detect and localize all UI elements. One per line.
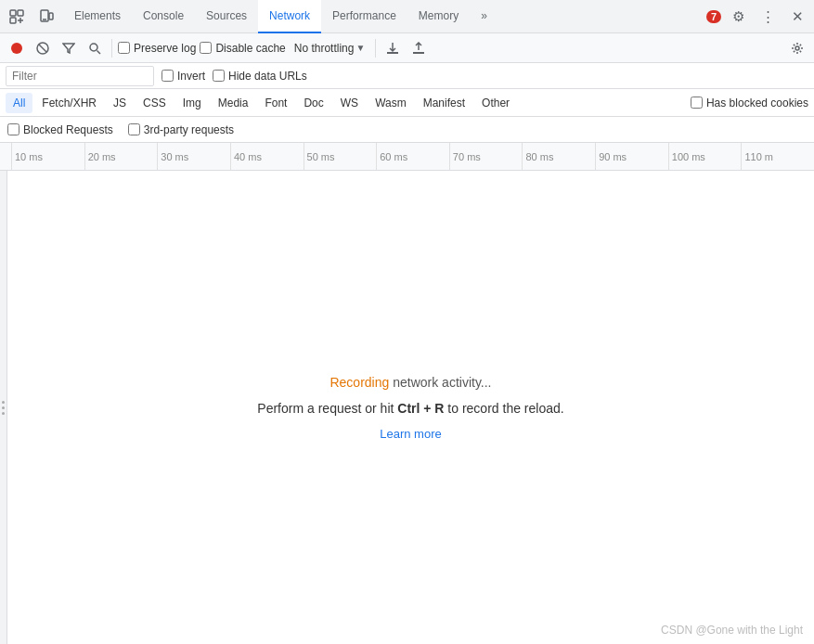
type-btn-ws[interactable]: WS xyxy=(333,93,366,113)
svg-point-8 xyxy=(11,43,22,54)
tick-80ms: 80 ms xyxy=(522,143,595,170)
network-settings-icon[interactable] xyxy=(786,37,808,59)
edge-dot-3 xyxy=(2,412,5,415)
svg-rect-0 xyxy=(10,10,16,16)
search-button[interactable] xyxy=(84,37,106,59)
tick-40ms: 40 ms xyxy=(230,143,304,170)
type-filter-right: Has blocked cookies xyxy=(691,97,808,109)
third-party-label[interactable]: 3rd-party requests xyxy=(128,123,234,136)
type-filter-row: All Fetch/XHR JS CSS Img Media Font Doc … xyxy=(0,89,814,117)
tab-network[interactable]: Network xyxy=(258,0,321,33)
throttle-chevron-icon: ▼ xyxy=(355,43,365,53)
toolbar-divider-2 xyxy=(375,39,376,58)
shortcut-text: Ctrl + R xyxy=(397,401,444,416)
svg-line-10 xyxy=(39,45,46,52)
recording-message: Recording network activity... xyxy=(329,375,491,390)
type-btn-other[interactable]: Other xyxy=(474,93,517,113)
edge-dot-1 xyxy=(2,401,5,404)
device-icon[interactable] xyxy=(33,4,59,30)
learn-more-link[interactable]: Learn more xyxy=(380,427,441,441)
import-icon[interactable] xyxy=(381,37,404,59)
tab-memory[interactable]: Memory xyxy=(407,0,470,33)
empty-state: Recording network activity... Perform a … xyxy=(7,171,814,644)
tick-110ms: 110 m xyxy=(741,143,814,170)
svg-rect-1 xyxy=(10,18,16,23)
tab-sources[interactable]: Sources xyxy=(195,0,258,33)
disable-cache-checkbox[interactable] xyxy=(200,42,212,54)
tab-more[interactable]: » xyxy=(470,0,498,33)
tab-bar: Elements Console Sources Network Perform… xyxy=(0,0,814,33)
tick-50ms: 50 ms xyxy=(304,143,377,170)
timeline-header: 10 ms 20 ms 30 ms 40 ms 50 ms 60 ms 70 m… xyxy=(0,143,814,171)
tab-performance[interactable]: Performance xyxy=(321,0,407,33)
tab-bar-right: 7 ⚙ ⋮ ✕ xyxy=(706,4,810,30)
perform-text: Perform a request or hit xyxy=(257,401,397,416)
svg-line-12 xyxy=(97,50,101,54)
toolbar: Preserve log Disable cache No throttling… xyxy=(0,33,814,63)
filter-input[interactable] xyxy=(6,66,154,86)
invert-label[interactable]: Invert xyxy=(162,70,205,83)
left-edge xyxy=(0,171,7,644)
recording-text: Recording xyxy=(329,375,389,390)
svg-point-13 xyxy=(795,46,799,50)
watermark: CSDN @Gone with the Light xyxy=(661,624,803,637)
type-btn-all[interactable]: All xyxy=(6,93,32,113)
type-btn-font[interactable]: Font xyxy=(257,93,294,113)
hide-data-urls-checkbox[interactable] xyxy=(213,70,225,82)
blocked-requests-label[interactable]: Blocked Requests xyxy=(7,123,113,136)
svg-point-11 xyxy=(90,44,97,51)
svg-rect-2 xyxy=(18,10,23,16)
tab-console[interactable]: Console xyxy=(132,0,195,33)
blocked-requests-checkbox[interactable] xyxy=(7,123,19,135)
settings-gear-icon[interactable]: ⚙ xyxy=(725,4,751,30)
type-btn-media[interactable]: Media xyxy=(211,93,256,113)
type-btn-doc[interactable]: Doc xyxy=(296,93,330,113)
add-filter-row: Blocked Requests 3rd-party requests xyxy=(0,117,814,143)
filter-icon[interactable] xyxy=(58,37,80,59)
hide-data-urls-label[interactable]: Hide data URLs xyxy=(213,70,307,83)
recording-suffix: network activity... xyxy=(389,375,491,390)
timeline-ticks: 10 ms 20 ms 30 ms 40 ms 50 ms 60 ms 70 m… xyxy=(11,143,814,170)
record-button[interactable] xyxy=(6,37,28,59)
main-area: Recording network activity... Perform a … xyxy=(0,171,814,644)
tick-20ms: 20 ms xyxy=(84,143,158,170)
preserve-log-checkbox[interactable] xyxy=(118,42,130,54)
tab-elements[interactable]: Elements xyxy=(63,0,132,33)
export-icon[interactable] xyxy=(407,37,430,59)
inspect-icon[interactable] xyxy=(4,4,30,30)
toolbar-divider-1 xyxy=(111,39,112,58)
type-btn-wasm[interactable]: Wasm xyxy=(368,93,414,113)
svg-rect-6 xyxy=(49,13,53,19)
perform-request-message: Perform a request or hit Ctrl + R to rec… xyxy=(257,401,563,416)
has-blocked-cookies-label[interactable]: Has blocked cookies xyxy=(691,97,808,109)
tick-100ms: 100 ms xyxy=(668,143,742,170)
clear-button[interactable] xyxy=(32,37,54,59)
filter-row: Invert Hide data URLs xyxy=(0,63,814,89)
has-blocked-cookies-checkbox[interactable] xyxy=(691,97,703,109)
disable-cache-label[interactable]: Disable cache xyxy=(200,42,285,55)
type-btn-manifest[interactable]: Manifest xyxy=(416,93,472,113)
error-badge: 7 xyxy=(706,10,721,23)
preserve-log-label[interactable]: Preserve log xyxy=(118,42,196,55)
tick-60ms: 60 ms xyxy=(376,143,449,170)
type-btn-fetch-xhr[interactable]: Fetch/XHR xyxy=(34,93,104,113)
shortcut-suffix: to record the reload. xyxy=(444,401,563,416)
tick-30ms: 30 ms xyxy=(157,143,230,170)
tick-70ms: 70 ms xyxy=(449,143,523,170)
content-main: Recording network activity... Perform a … xyxy=(7,171,814,644)
close-icon[interactable]: ✕ xyxy=(784,4,810,30)
type-btn-css[interactable]: CSS xyxy=(136,93,174,113)
tick-90ms: 90 ms xyxy=(595,143,668,170)
throttle-dropdown[interactable]: No throttling ▼ xyxy=(290,39,370,58)
invert-checkbox[interactable] xyxy=(162,70,174,82)
third-party-checkbox[interactable] xyxy=(128,123,140,135)
more-options-icon[interactable]: ⋮ xyxy=(755,4,781,30)
tab-bar-icons xyxy=(4,4,59,30)
edge-dot-2 xyxy=(2,406,5,409)
tick-10ms: 10 ms xyxy=(11,143,84,170)
type-btn-js[interactable]: JS xyxy=(106,93,134,113)
type-btn-img[interactable]: Img xyxy=(175,93,209,113)
